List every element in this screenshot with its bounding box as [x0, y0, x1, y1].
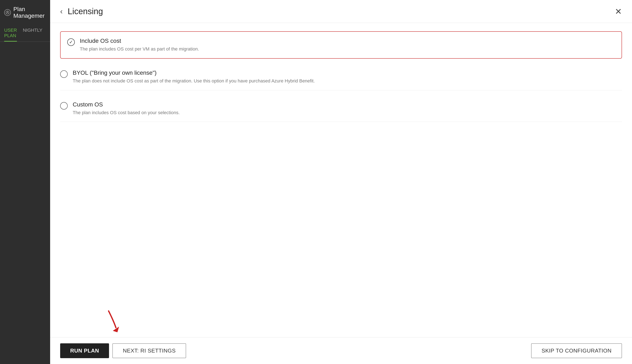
run-plan-button[interactable]: RUN PLAN	[60, 343, 109, 358]
radio-byol	[60, 70, 68, 78]
radio-custom-os	[60, 102, 68, 110]
svg-point-1	[7, 12, 8, 12]
modal-body: ✓ Include OS cost The plan includes OS c…	[50, 23, 632, 337]
checkmark-icon: ✓	[69, 40, 73, 45]
option-custom-os-desc: The plan includes OS cost based on your …	[73, 110, 622, 116]
next-ri-settings-button[interactable]: NEXT: RI SETTINGS	[112, 343, 186, 358]
radio-include-os-cost: ✓	[67, 38, 75, 46]
back-button[interactable]: ‹	[60, 8, 63, 15]
sidebar-header: Plan Managemer	[0, 0, 50, 25]
option-custom-os-text: Custom OS The plan includes OS cost base…	[73, 101, 622, 116]
sidebar-tab-user-plan[interactable]: USER PLAN	[4, 25, 17, 42]
sidebar-title: Plan Managemer	[13, 6, 46, 19]
modal-title: Licensing	[68, 7, 615, 16]
sidebar-tab-nightly[interactable]: NIGHTLY	[23, 25, 43, 42]
option-byol-title: BYOL ("Bring your own license")	[73, 70, 622, 76]
option-include-os-cost-text: Include OS cost The plan includes OS cos…	[80, 38, 615, 52]
modal-header: ‹ Licensing ✕	[50, 0, 632, 23]
modal-footer: RUN PLAN NEXT: RI SETTINGS SKIP TO CONFI…	[50, 337, 632, 364]
sidebar-icon	[4, 9, 11, 16]
close-button[interactable]: ✕	[615, 7, 622, 16]
option-custom-os-title: Custom OS	[73, 101, 622, 108]
modal: ‹ Licensing ✕ ✓ Include OS cost The plan…	[50, 0, 632, 364]
option-include-os-cost[interactable]: ✓ Include OS cost The plan includes OS c…	[60, 31, 622, 59]
option-byol[interactable]: BYOL ("Bring your own license") The plan…	[60, 64, 622, 90]
option-byol-text: BYOL ("Bring your own license") The plan…	[73, 70, 622, 84]
option-include-os-cost-desc: The plan includes OS cost per VM as part…	[80, 46, 615, 52]
skip-to-configuration-button[interactable]: SKIP TO CONFIGURATION	[531, 343, 622, 358]
option-custom-os[interactable]: Custom OS The plan includes OS cost base…	[60, 96, 622, 122]
option-include-os-cost-title: Include OS cost	[80, 38, 615, 44]
sidebar-tabs: USER PLAN NIGHTLY	[0, 25, 50, 42]
option-byol-desc: The plan does not include OS cost as par…	[73, 78, 622, 84]
